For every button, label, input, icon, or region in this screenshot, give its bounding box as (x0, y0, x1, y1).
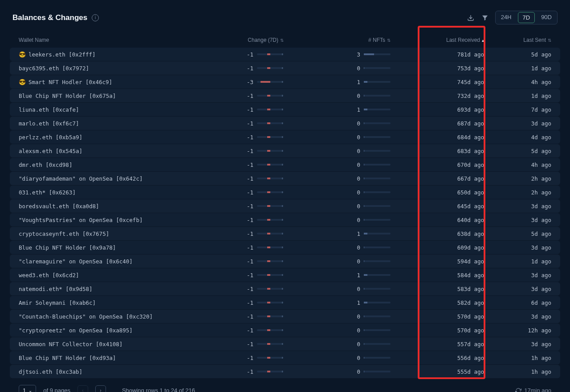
prev-page-button[interactable]: ‹ (77, 385, 88, 392)
wallet-name[interactable]: "VoughtsPastries" on OpenSea [0xcefb] (19, 217, 204, 223)
wallet-name[interactable]: boredsvault.eth [0xa0d8] (19, 203, 204, 210)
wallet-label: Blue Chip NFT Holder [0x675a] (19, 93, 116, 99)
current-page: 1 (23, 387, 26, 392)
last-sent-value: 3d ago (484, 313, 551, 320)
table-row[interactable]: "VoughtsPastries" on OpenSea [0xcefb] -1… (10, 213, 560, 226)
col-change[interactable]: Change (7D) (248, 37, 278, 43)
wallet-name[interactable]: marlo.eth [0xf6c7] (19, 120, 204, 127)
col-nfts[interactable]: # NFTs (368, 37, 385, 43)
wallet-name[interactable]: dmr.eth [0xcd98] (19, 162, 204, 168)
last-received-value: 557d ago (391, 341, 484, 348)
wallet-name[interactable]: perlzz.eth [0xb5a9] (19, 134, 204, 141)
chevron-down-icon: ⌄ (28, 388, 32, 392)
change-bar (257, 53, 284, 55)
table-row[interactable]: 031.eth* [0x6263] -1 0 650d ago 2h ago (10, 186, 560, 199)
wallet-name[interactable]: natemodi.eth* [0x9d58] (19, 286, 204, 292)
nfts-bar (364, 178, 391, 179)
last-received-value: 684d ago (391, 134, 484, 141)
wallet-name[interactable]: 😎 Smart NFT Hodler [0x46c9] (19, 79, 204, 85)
table-row[interactable]: Blue Chip NFT Holder [0x675a] -1 0 732d … (10, 89, 560, 102)
last-received-value: 583d ago (391, 286, 484, 292)
last-received-value: 645d ago (391, 203, 484, 210)
table-row[interactable]: dmr.eth [0xcd98] -1 0 670d ago 4h ago (10, 158, 560, 171)
wallet-name[interactable]: djtsoi.eth [0xc3ab] (19, 368, 204, 375)
wallet-name[interactable]: "Countach-Bluechips" on OpenSea [0xc320] (19, 313, 204, 320)
wallet-label: perlzz.eth [0xb5a9] (19, 134, 82, 141)
time-range-90d[interactable]: 90D (536, 11, 557, 24)
change-value: -1 (244, 162, 253, 168)
col-last-sent[interactable]: Last Sent (523, 37, 546, 43)
page-count-label: of 9 pages (43, 387, 70, 392)
table-row[interactable]: Amir Soleymani [0xab6c] -1 1 582d ago 6d… (10, 296, 560, 309)
wallet-name[interactable]: "cryptopreetz" on OpenSea [0xa895] (19, 327, 204, 334)
table-row[interactable]: djtsoi.eth [0xc3ab] -1 0 555d ago 1h ago (10, 365, 560, 378)
last-sent-value: 2h ago (484, 175, 551, 182)
wallet-label: 031.eth* [0x6263] (19, 189, 76, 196)
filter-icon[interactable] (481, 14, 489, 22)
nfts-value: 0 (355, 162, 360, 168)
last-received-value: 570d ago (391, 313, 484, 320)
wallet-name[interactable]: 😎 leekers.eth [0x2fff] (19, 51, 204, 58)
table-row[interactable]: Uncommon NFT Collector [0x4108] -1 0 557… (10, 337, 560, 351)
wallet-label: cryptocaseynft.eth [0x7675] (19, 230, 109, 237)
nfts-value: 1 (355, 106, 360, 113)
wallet-name[interactable]: Amir Soleymani [0xab6c] (19, 299, 204, 306)
table-row[interactable]: weed3.eth [0x6cd2] -1 1 584d ago 3d ago (10, 268, 560, 282)
sort-icon: ⇅ (387, 38, 391, 43)
change-bar (257, 233, 284, 234)
wallet-label: boredsvault.eth [0xa0d8] (19, 203, 99, 210)
table-row[interactable]: 😎 leekers.eth [0x2fff] -1 3 781d ago 5 (10, 48, 560, 61)
wallet-name[interactable]: bayc6395.eth [0x7972] (19, 65, 204, 72)
wallet-name[interactable]: Blue Chip NFT Holder [0x9a78] (19, 244, 204, 251)
table-row[interactable]: bayc6395.eth [0x7972] -1 0 753d ago 1d a… (10, 61, 560, 75)
wallet-name[interactable]: "diaryofamademan" on OpenSea [0x642c] (19, 175, 204, 182)
wallet-name[interactable]: "claremaguire" on OpenSea [0x6c40] (19, 258, 204, 265)
change-value: -1 (244, 286, 253, 292)
wallet-label: weed3.eth [0x6cd2] (19, 272, 79, 279)
last-sent-value: 5d ago (484, 148, 551, 154)
wallet-name[interactable]: Uncommon NFT Collector [0x4108] (19, 341, 204, 348)
change-value: -1 (244, 134, 253, 141)
change-bar (257, 288, 284, 290)
table-row[interactable]: "Countach-Bluechips" on OpenSea [0xc320]… (10, 310, 560, 323)
wallet-name[interactable]: Blue Chip NFT Holder [0xd93a] (19, 355, 204, 361)
page-select[interactable]: 1 ⌄ (19, 385, 36, 392)
nfts-bar (364, 329, 391, 331)
table-row[interactable]: liuna.eth [0xcafe] -1 1 693d ago 7d ago (10, 103, 560, 116)
time-range-24h[interactable]: 24H (496, 11, 517, 24)
col-wallet-name[interactable]: Wallet Name (19, 37, 49, 43)
wallet-name[interactable]: alexsm.eth [0x545a] (19, 148, 204, 154)
table-row[interactable]: 😎 Smart NFT Hodler [0x46c9] -3 1 745d ag… (10, 75, 560, 89)
change-value: -1 (244, 148, 253, 154)
table-row[interactable]: Blue Chip NFT Holder [0xd93a] -1 0 556d … (10, 351, 560, 364)
table-row[interactable]: perlzz.eth [0xb5a9] -1 0 684d ago 4d ago (10, 130, 560, 144)
download-icon[interactable] (467, 14, 475, 22)
table-row[interactable]: natemodi.eth* [0x9d58] -1 0 583d ago 3d … (10, 282, 560, 295)
nfts-bar (364, 315, 391, 317)
change-bar (257, 343, 284, 345)
change-bar (257, 315, 284, 317)
wallet-name[interactable]: cryptocaseynft.eth [0x7675] (19, 230, 204, 237)
col-last-received[interactable]: Last Received (446, 37, 480, 43)
change-bar (257, 329, 284, 331)
last-sent-value: 3d ago (484, 217, 551, 223)
table-row[interactable]: Blue Chip NFT Holder [0x9a78] -1 0 609d … (10, 241, 560, 254)
time-range-7d[interactable]: 7D (518, 12, 535, 23)
nfts-bar (364, 53, 391, 55)
table-row[interactable]: boredsvault.eth [0xa0d8] -1 0 645d ago 3… (10, 199, 560, 213)
wallet-name[interactable]: 031.eth* [0x6263] (19, 189, 204, 196)
table-row[interactable]: marlo.eth [0xf6c7] -1 0 687d ago 3d ago (10, 117, 560, 130)
wallet-name[interactable]: liuna.eth [0xcafe] (19, 106, 204, 113)
table-row[interactable]: cryptocaseynft.eth [0x7675] -1 1 638d ag… (10, 227, 560, 240)
table-row[interactable]: "cryptopreetz" on OpenSea [0xa895] -1 0 … (10, 323, 560, 337)
nfts-value: 0 (355, 93, 360, 99)
table-row[interactable]: alexsm.eth [0x545a] -1 0 683d ago 5d ago (10, 144, 560, 158)
info-icon[interactable]: i (92, 14, 99, 21)
table-row[interactable]: "diaryofamademan" on OpenSea [0x642c] -1… (10, 172, 560, 185)
table-row[interactable]: "claremaguire" on OpenSea [0x6c40] -1 0 … (10, 255, 560, 268)
next-page-button[interactable]: › (95, 385, 106, 392)
change-bar (257, 122, 284, 124)
wallet-name[interactable]: weed3.eth [0x6cd2] (19, 272, 204, 279)
wallet-label: djtsoi.eth [0xc3ab] (19, 368, 82, 375)
wallet-name[interactable]: Blue Chip NFT Holder [0x675a] (19, 93, 204, 99)
